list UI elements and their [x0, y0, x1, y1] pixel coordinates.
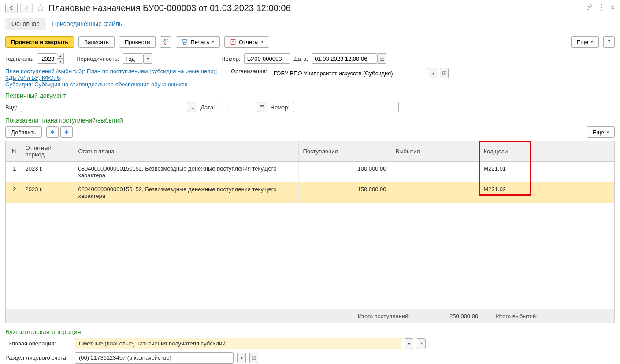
close-icon[interactable]: ×	[611, 4, 615, 12]
kind-input[interactable]	[21, 102, 188, 112]
open-icon	[442, 71, 447, 76]
totals-row: Итого поступлений: 250 000,00 Итого выбы…	[5, 309, 615, 323]
cell-out	[391, 162, 479, 182]
primary-date-input[interactable]	[219, 102, 258, 112]
cell-period: 2023 г.	[21, 182, 74, 203]
col-header-period[interactable]: Отчетный период	[21, 141, 74, 162]
periodicity-input[interactable]	[123, 53, 144, 64]
svg-rect-9	[260, 106, 264, 109]
cell-goal: М221.01	[479, 162, 531, 182]
acct-open-button[interactable]	[249, 353, 258, 363]
cell-empty	[531, 182, 614, 203]
cell-in: 100 000,00	[298, 162, 391, 182]
open-icon	[419, 341, 424, 346]
date-input[interactable]	[312, 53, 378, 64]
primary-date-calendar-button[interactable]	[258, 102, 267, 112]
table-more-button[interactable]: Еще ▾	[587, 126, 615, 138]
more-button[interactable]: Еще ▾	[571, 36, 599, 48]
more-label: Еще	[577, 39, 588, 45]
col-header-in[interactable]: Поступления	[298, 141, 391, 162]
cell-article: 08040000000000150152, Безвозмездные дене…	[74, 182, 298, 203]
number-label: Номер:	[221, 56, 241, 62]
total-in-label: Итого поступлений:	[358, 313, 410, 319]
org-label: Организация:	[231, 68, 267, 74]
col-header-empty	[531, 141, 614, 162]
total-in-value: 250 000,00	[449, 313, 478, 319]
printer-icon	[182, 39, 188, 45]
periodicity-label: Периодичность:	[76, 56, 119, 62]
arrow-up-icon	[50, 130, 55, 135]
tab-main[interactable]: Основное	[5, 18, 46, 30]
acct-label: Раздел лицевого счета:	[5, 354, 71, 361]
move-up-button[interactable]	[46, 126, 59, 138]
col-header-out[interactable]: Выбытия	[391, 141, 479, 162]
kind-select-button[interactable]: …	[188, 102, 197, 112]
primary-doc-section-title: Первичный документ	[5, 92, 615, 99]
save-button[interactable]: Записать	[78, 36, 115, 48]
reports-button[interactable]: Отчеты ▾	[224, 36, 269, 48]
arrow-left-icon	[9, 5, 14, 11]
caret-down-icon: ▾	[212, 40, 214, 44]
year-spinner[interactable]: ▲▼	[57, 53, 64, 64]
cell-n: 1	[6, 162, 21, 182]
org-open-button[interactable]	[440, 68, 449, 78]
dk-button[interactable]: ДтКт	[160, 36, 171, 48]
table-row[interactable]: 1 2023 г. 08040000000000150152, Безвозме…	[6, 162, 614, 182]
table-row[interactable]: 2 2023 г. 08040000000000150152, Безвозме…	[6, 182, 614, 203]
cell-article: 08040000000000150152, Безвозмездные дене…	[74, 162, 298, 182]
help-button[interactable]: ?	[603, 36, 615, 48]
cell-goal: М221.02	[479, 182, 531, 203]
primary-number-label: Номер:	[271, 104, 290, 111]
primary-number-input[interactable]	[293, 102, 399, 112]
cell-n: 2	[6, 182, 21, 203]
total-out-label: Итого выбытий:	[496, 313, 538, 319]
cell-out	[391, 182, 479, 203]
reports-label: Отчеты	[239, 39, 259, 45]
col-header-article[interactable]: Статья плана	[74, 141, 298, 162]
periodicity-dropdown-button[interactable]: ▾	[144, 53, 152, 64]
acct-dropdown-button[interactable]: ▾	[237, 353, 246, 363]
caret-down-icon: ▾	[591, 40, 593, 44]
plan-link[interactable]: План поступлений (выбытий): План по пост…	[5, 68, 226, 81]
col-header-goal[interactable]: Код цели	[479, 141, 531, 162]
print-button[interactable]: Печать ▾	[176, 36, 220, 48]
date-calendar-button[interactable]	[378, 53, 386, 64]
link-icon[interactable]	[586, 4, 592, 12]
date-label: Дата:	[294, 56, 308, 62]
number-input[interactable]	[244, 53, 290, 64]
cell-period: 2023 г.	[21, 162, 74, 182]
dk-icon: ДтКт	[163, 38, 168, 45]
year-label: Год плана:	[5, 56, 33, 62]
favorite-star-icon[interactable]	[36, 4, 45, 12]
subsidy-link[interactable]: Субсидия: Субсидия на стипендиальное обе…	[5, 81, 226, 88]
cell-empty	[531, 162, 614, 182]
open-icon	[252, 355, 256, 360]
arrow-right-icon	[24, 5, 29, 11]
org-input[interactable]	[271, 68, 429, 78]
typ-op-input[interactable]: Сметные (плановые) назначения получателя…	[75, 338, 401, 349]
report-icon	[230, 39, 236, 45]
org-dropdown-button[interactable]: ▾	[429, 68, 438, 78]
post-button[interactable]: Провести	[119, 36, 156, 48]
cell-in: 150 000,00	[298, 182, 391, 203]
acct-input[interactable]: (06) 21736123457 (в казначействе)	[75, 352, 234, 364]
year-input[interactable]	[37, 53, 57, 64]
typ-op-dropdown-button[interactable]: ▾	[405, 338, 413, 349]
calendar-icon	[260, 104, 265, 110]
indicators-table: N Отчетный период Статья плана Поступлен…	[5, 141, 615, 309]
add-row-button[interactable]: Добавить	[5, 126, 42, 138]
typ-op-value: Сметные (плановые) назначения получателя…	[79, 340, 226, 347]
post-and-close-button[interactable]: Провести и закрыть	[5, 36, 74, 48]
calendar-icon	[379, 56, 385, 61]
move-down-button[interactable]	[60, 126, 73, 138]
indicators-section-title: Показатели плана поступлений/выбытий	[5, 117, 615, 124]
tab-attached-files[interactable]: Присоединенные файлы	[46, 18, 130, 30]
more-menu-icon[interactable]: ⋮	[598, 4, 605, 12]
accounting-section-title: Бухгалтерская операция	[5, 328, 615, 335]
col-header-n[interactable]: N	[6, 141, 21, 162]
kind-label: Вид:	[5, 104, 17, 111]
nav-back-button[interactable]	[5, 3, 18, 13]
nav-forward-button[interactable]	[20, 3, 33, 13]
caret-down-icon: ▾	[261, 40, 264, 44]
typ-op-open-button[interactable]	[417, 338, 426, 349]
